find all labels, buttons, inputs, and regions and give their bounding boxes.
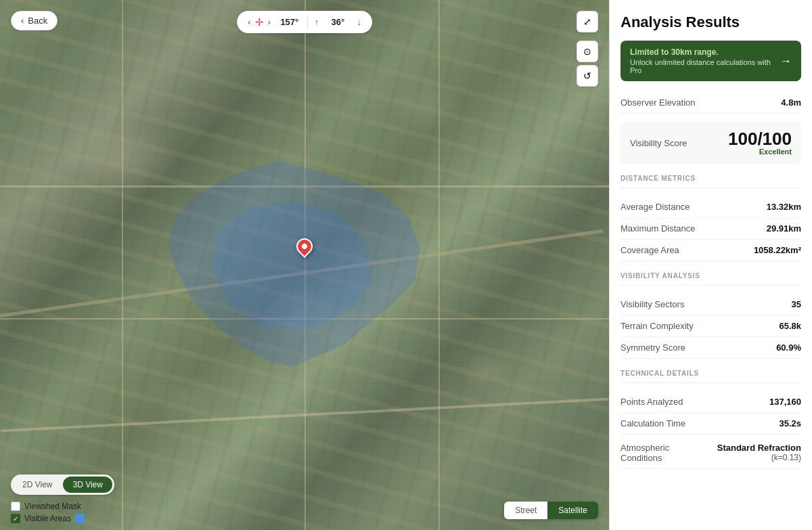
visibility-sectors-value: 35 [792, 299, 801, 309]
location-pin [296, 238, 313, 255]
heading-left-icon: ‹ [248, 17, 250, 27]
nav-controls: ‹ ✛ › 157° ↑ 36° ↓ [237, 11, 372, 33]
promo-arrow-icon: → [780, 54, 792, 68]
heading-right-icon: › [268, 17, 271, 27]
back-button[interactable]: ‹ Back [11, 11, 58, 30]
symmetry-score-label: Symmetry Score [621, 343, 685, 353]
3d-view-label: 3D View [72, 480, 102, 489]
tilt-value: 36° [323, 17, 353, 27]
visible-areas-color-swatch [75, 514, 85, 523]
terrain-complexity-value: 65.8k [779, 321, 801, 331]
maximum-distance-row: Maximum Distance 29.91km [621, 218, 801, 240]
terrain-complexity-row: Terrain Complexity 65.8k [621, 315, 801, 337]
observer-elevation-row: Observer Elevation 4.8m [621, 92, 801, 114]
visible-areas-checkbox[interactable] [11, 514, 20, 523]
map-type-buttons: Street Satellite [504, 502, 598, 519]
street-view-button[interactable]: Street [504, 502, 547, 519]
coverage-area-row: Coverage Area 1058.22km² [621, 240, 801, 261]
tilt-up-icon: ↑ [315, 17, 319, 27]
terrain-complexity-label: Terrain Complexity [621, 321, 694, 331]
location-button[interactable]: ⊙ [577, 41, 598, 62]
satellite-view-button[interactable]: Satellite [547, 502, 598, 519]
2d-view-label: 2D View [22, 480, 52, 489]
calculation-time-value: 35.2s [779, 418, 801, 428]
visibility-score-card: Visibility Score 100/100 Excellent [621, 122, 801, 164]
atmospheric-conditions-row: Atmospheric Conditions Standard Refracti… [621, 435, 801, 469]
distance-metrics-divider [621, 187, 801, 188]
refresh-button[interactable]: ↺ [577, 65, 598, 87]
average-distance-label: Average Distance [621, 202, 690, 212]
visibility-analysis-divider [621, 285, 801, 286]
visibility-analysis-header: Visibility Analysis [621, 272, 801, 280]
promo-title: Limited to 30km range. [630, 47, 780, 57]
maximum-distance-value: 29.91km [767, 223, 801, 234]
promo-banner[interactable]: Limited to 30km range. Unlock unlimited … [621, 41, 801, 81]
location-icon: ⊙ [583, 46, 591, 57]
refresh-icon: ↺ [583, 70, 591, 81]
score-right: 100/100 Excellent [728, 130, 792, 156]
street-label: Street [515, 506, 537, 515]
atmospheric-label: Atmospheric [621, 443, 669, 453]
visibility-sectors-row: Visibility Sectors 35 [621, 294, 801, 315]
calculation-time-row: Calculation Time 35.2s [621, 413, 801, 435]
viewshed-mask-checkbox[interactable] [11, 502, 20, 511]
points-analyzed-row: Points Analyzed 137,160 [621, 391, 801, 413]
visible-areas-layer[interactable]: Visible Areas [11, 514, 85, 523]
layer-controls: Viewshed Mask Visible Areas [11, 502, 85, 523]
points-analyzed-label: Points Analyzed [621, 397, 683, 407]
heading-left-button[interactable]: ‹ [244, 14, 254, 30]
compass-icon: ✛ [255, 16, 264, 28]
calculation-time-label: Calculation Time [621, 418, 685, 428]
atmospheric-sub-value: (k=0.13) [717, 453, 801, 462]
coverage-area-value: 1058.22km² [754, 245, 801, 255]
distance-metrics-header: Distance Metrics [621, 175, 801, 182]
map-tool-buttons: ⊙ ↺ [577, 41, 598, 87]
3d-view-button[interactable]: 3D View [63, 477, 112, 493]
visible-areas-label: Visible Areas [24, 514, 71, 523]
atmospheric-label-group: Atmospheric Conditions [621, 443, 669, 463]
analysis-sidebar: Analysis Results Limited to 30km range. … [609, 0, 812, 530]
viewshed-mask-label: Viewshed Mask [24, 502, 81, 511]
tilt-down-button[interactable]: ↓ [353, 14, 365, 30]
visibility-sectors-label: Visibility Sectors [621, 299, 684, 309]
symmetry-score-row: Symmetry Score 60.9% [621, 337, 801, 359]
average-distance-row: Average Distance 13.32km [621, 196, 801, 218]
heading-value: 157° [275, 17, 304, 27]
map-area[interactable]: ‹ Back ‹ ✛ › 157° ↑ 36° ↓ ⤢ ⊙ ↺ [0, 0, 609, 530]
points-analyzed-value: 137,160 [769, 397, 801, 407]
maximize-button[interactable]: ⤢ [577, 11, 598, 32]
symmetry-score-value: 60.9% [776, 343, 801, 353]
promo-subtitle: Unlock unlimited distance calculations w… [630, 58, 780, 74]
2d-view-button[interactable]: 2D View [13, 477, 62, 493]
atmospheric-value-group: Standard Refraction (k=0.13) [717, 443, 801, 462]
average-distance-value: 13.32km [767, 202, 801, 212]
satellite-label: Satellite [558, 506, 587, 515]
back-chevron-icon: ‹ [21, 16, 24, 26]
back-label: Back [28, 16, 47, 26]
atmospheric-value: Standard Refraction [717, 443, 801, 453]
observer-elevation-label: Observer Elevation [621, 97, 696, 108]
visibility-score-label: Visibility Score [630, 138, 687, 148]
score-value: 100/100 [728, 130, 792, 148]
maximum-distance-label: Maximum Distance [621, 223, 696, 234]
sidebar-title: Analysis Results [621, 14, 801, 31]
conditions-label: Conditions [621, 453, 669, 463]
viewshed-mask-layer[interactable]: Viewshed Mask [11, 502, 85, 511]
maximize-icon: ⤢ [583, 16, 591, 27]
visibility-overlay [163, 161, 420, 378]
promo-text: Limited to 30km range. Unlock unlimited … [630, 47, 780, 74]
technical-details-divider [621, 382, 801, 383]
heading-right-button[interactable]: › [264, 14, 275, 30]
view-toggle: 2D View 3D View [11, 474, 114, 495]
tilt-up-button[interactable]: ↑ [311, 14, 323, 30]
technical-details-header: Technical Details [621, 370, 801, 377]
tilt-down-icon: ↓ [357, 17, 361, 27]
observer-elevation-value: 4.8m [781, 97, 801, 108]
coverage-area-label: Coverage Area [621, 245, 679, 255]
